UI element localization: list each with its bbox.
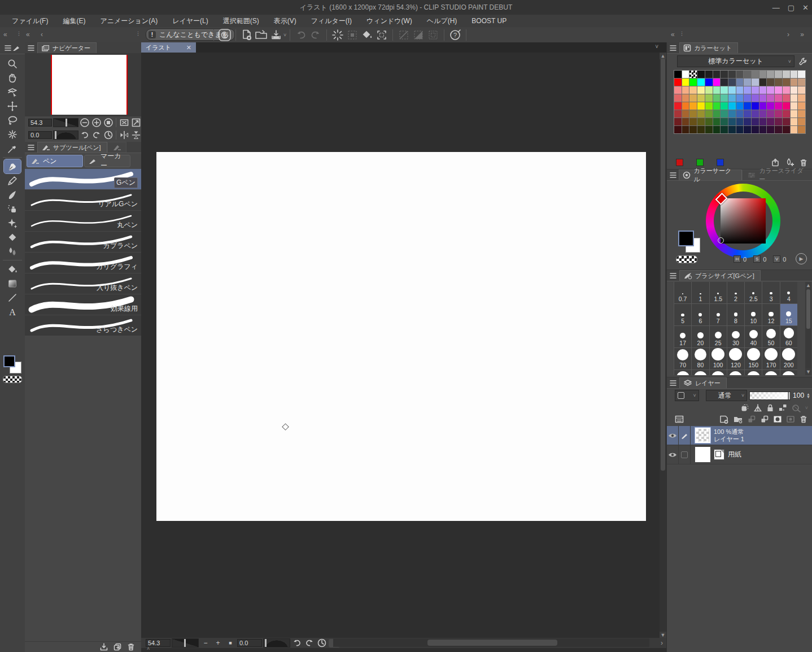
color-swatch[interactable]: [689, 126, 697, 133]
layer-visibility-icon[interactable]: [667, 445, 679, 464]
tool-decoration[interactable]: [4, 216, 21, 230]
color-swatch[interactable]: [689, 94, 697, 102]
brushsize-cell[interactable]: 5: [674, 304, 691, 325]
color-swatch[interactable]: [713, 102, 721, 110]
canvas-zoom-slider[interactable]: [172, 638, 199, 647]
tab-brushsize[interactable]: ブラシサイズ[Gペン]: [679, 270, 761, 281]
color-swatch[interactable]: [736, 94, 744, 102]
color-swatch[interactable]: [767, 71, 774, 78]
menu-selection[interactable]: 選択範囲(S): [216, 15, 267, 27]
dock-grip[interactable]: ⫶: [18, 31, 20, 38]
maximize-button[interactable]: ▢: [788, 3, 794, 12]
brushsize-cell[interactable]: 8: [727, 304, 744, 325]
tool-move-layer[interactable]: [4, 99, 21, 113]
color-swatch[interactable]: [728, 110, 736, 118]
color-swatch[interactable]: [775, 118, 782, 125]
close-button[interactable]: ✕: [802, 3, 809, 12]
brushsize-cell[interactable]: 70: [674, 348, 691, 370]
color-swatch[interactable]: [736, 86, 744, 94]
color-swatch[interactable]: [705, 102, 713, 110]
color-swatch[interactable]: [721, 71, 728, 78]
color-swatch[interactable]: [783, 118, 790, 125]
tool-pencil[interactable]: [4, 173, 21, 188]
color-swatch[interactable]: [674, 94, 682, 102]
reset-rotation-icon[interactable]: [103, 129, 114, 141]
color-swatch[interactable]: [767, 102, 774, 110]
menu-file[interactable]: ファイル(F): [5, 15, 55, 27]
tool-move-view[interactable]: [4, 71, 21, 85]
transfer-to-lower-icon[interactable]: [747, 415, 756, 424]
brushsize-cell[interactable]: 17: [674, 326, 691, 347]
zoom-100-icon[interactable]: [103, 117, 114, 128]
color-swatch[interactable]: [674, 102, 682, 110]
color-swatch[interactable]: [791, 118, 798, 125]
brushsize-cell[interactable]: 7: [710, 304, 727, 325]
tab-list-icon[interactable]: ˅: [655, 44, 658, 50]
color-swatch[interactable]: [759, 79, 767, 86]
color-swatch[interactable]: [783, 79, 790, 86]
brushsize-scrollbar[interactable]: ▲ ▼: [805, 282, 811, 375]
color-swatch[interactable]: [689, 71, 697, 78]
opacity-spinner[interactable]: ▲▼: [806, 393, 810, 398]
document-tab[interactable]: イラスト ✕: [141, 42, 196, 53]
flip-horizontal-icon[interactable]: [119, 129, 129, 141]
brushsize-cell[interactable]: [780, 370, 797, 375]
color-swatch[interactable]: [798, 110, 805, 118]
set-as-reference-icon[interactable]: [791, 403, 801, 412]
brushsize-cell[interactable]: 50: [762, 326, 779, 347]
color-swatch[interactable]: [759, 94, 767, 102]
color-swatch[interactable]: [682, 79, 689, 86]
apply-mask-icon[interactable]: [786, 415, 795, 424]
color-swatch[interactable]: [689, 79, 697, 86]
color-swatch[interactable]: [775, 102, 782, 110]
brushsize-cell[interactable]: 120: [727, 348, 744, 370]
export-colorset-icon[interactable]: [771, 158, 780, 167]
brushsize-cell[interactable]: 1: [692, 282, 709, 303]
clip-to-layer-below-icon[interactable]: [740, 403, 749, 412]
collapse-right-dock-icon[interactable]: «: [671, 31, 675, 38]
brushsize-cell[interactable]: 1.5: [710, 282, 727, 303]
color-swatch[interactable]: [713, 79, 721, 86]
scroll-down-icon[interactable]: ▼: [805, 368, 811, 375]
clear-icon[interactable]: [330, 28, 345, 42]
tool-pen[interactable]: [4, 159, 21, 173]
brushsize-cell[interactable]: 20: [692, 326, 709, 347]
color-swatch[interactable]: [783, 110, 790, 118]
color-swatch[interactable]: [705, 118, 713, 125]
brushsize-cell[interactable]: 10: [745, 304, 762, 325]
color-swatch[interactable]: [752, 86, 759, 94]
menu-edit[interactable]: 編集(E): [55, 15, 93, 27]
color-swatch[interactable]: [689, 110, 697, 118]
zoom-in-icon[interactable]: [91, 117, 102, 128]
tool-text[interactable]: A: [4, 305, 21, 319]
color-swatch[interactable]: [689, 118, 697, 125]
new-file-icon[interactable]: [239, 28, 254, 42]
tool-figure[interactable]: [4, 290, 21, 305]
color-swatch[interactable]: [697, 71, 705, 78]
color-swatch[interactable]: [682, 71, 689, 78]
color-swatch[interactable]: [682, 86, 689, 94]
brushsize-cell[interactable]: 2.5: [745, 282, 762, 303]
brushsize-cell[interactable]: [745, 370, 762, 375]
brushsize-cell[interactable]: 170: [762, 348, 779, 370]
transform-icon[interactable]: [374, 28, 389, 42]
history-color-chip[interactable]: [696, 159, 704, 166]
lock-layer-icon[interactable]: [766, 403, 774, 412]
layer-thumbnail[interactable]: [695, 447, 710, 462]
color-swatch[interactable]: [736, 102, 744, 110]
layer-thumbnail[interactable]: [695, 428, 710, 443]
navigator-preview[interactable]: [25, 53, 141, 116]
transparent-color-chip[interactable]: [676, 255, 697, 263]
color-swatch[interactable]: [759, 126, 767, 133]
scroll-up-icon[interactable]: ▲: [805, 282, 811, 289]
navigator-zoom-value[interactable]: 54.3: [28, 119, 52, 127]
canvas-rotate-right-icon[interactable]: [304, 637, 315, 649]
horizontal-scroll-thumb[interactable]: [427, 640, 557, 646]
brush-item[interactable]: Gペン: [25, 169, 141, 190]
brush-item[interactable]: 丸ペン: [25, 211, 141, 232]
fill-command-icon[interactable]: [360, 28, 374, 42]
delete-color-icon[interactable]: [799, 158, 808, 167]
fit-to-window-icon[interactable]: [130, 117, 141, 128]
menu-filter[interactable]: フィルター(I): [304, 15, 359, 27]
layer-opacity-slider[interactable]: [749, 392, 791, 400]
